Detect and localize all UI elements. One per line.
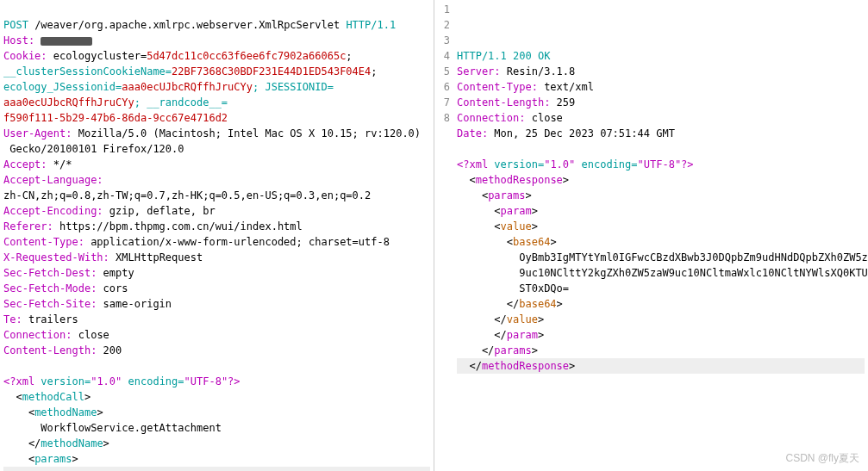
cookie-cluster: __clusterSessionCookieName=22BF7368C30BD… <box>3 65 378 77</box>
te-header: Te: trailers <box>3 313 78 325</box>
resp-xml-decl: <?xml version="1.0" encoding="UTF-8"?> <box>457 158 694 170</box>
user-agent-header: User-Agent: Mozilla/5.0 (Macintosh; Inte… <box>3 127 421 139</box>
resp-param-close: </param> <box>457 329 544 341</box>
accept-enc-header: Accept-Encoding: gzip, deflate, br <box>3 205 215 217</box>
split-panes: POST /weaver/org.apache.xmlrpc.webserver… <box>0 0 868 471</box>
param-open: <param> <box>3 467 430 471</box>
sec-fetch-mode-header: Sec-Fetch-Mode: cors <box>3 282 128 294</box>
base64-line3: ST0xDQo= <box>457 282 569 294</box>
request-line: POST /weaver/org.apache.xmlrpc.webserver… <box>3 19 396 31</box>
request-pane[interactable]: POST /weaver/org.apache.xmlrpc.webserver… <box>0 0 434 471</box>
methodcall-open: <methodCall> <box>3 391 91 403</box>
referer-header: Referer: https://bpm.thpmg.com.cn/wui/in… <box>3 220 303 232</box>
content-length-header: Content-Length: 200 <box>3 344 122 356</box>
host-header: Host: <box>3 34 92 46</box>
accept-lang-val: zh-CN,zh;q=0.8,zh-TW;q=0.7,zh-HK;q=0.5,e… <box>3 189 371 201</box>
xml-declaration: <?xml version="1.0" encoding="UTF-8"?> <box>3 375 240 387</box>
resp-param-open: <param> <box>457 205 538 217</box>
methodresponse-close: </methodResponse> <box>457 358 865 374</box>
methodname-close: </methodName> <box>3 437 109 449</box>
base64-line2: 9uc10NClttY2kgZXh0ZW5zaW9uc10NCltmaWxlc1… <box>457 267 868 279</box>
accept-header: Accept: */* <box>3 158 72 170</box>
response-pane[interactable]: 1 2 3 4 5 6 7 8 HTTP/1.1 200 OK Server: … <box>434 0 868 471</box>
params-open: <params> <box>3 453 78 465</box>
cookie-rand-val: f590f111-5b29-47b6-86da-9cc67e4716d2 <box>3 112 228 124</box>
line-gutter: 1 2 3 4 5 6 7 8 <box>434 2 450 126</box>
resp-server: Server: Resin/3.1.8 <box>457 65 575 77</box>
redacted-host <box>41 37 92 46</box>
cookie-header: Cookie: ecologycluster=5d47dc11c0cc63f6e… <box>3 50 353 62</box>
user-agent-2: Gecko/20100101 Firefox/120.0 <box>3 143 184 155</box>
sec-fetch-site-header: Sec-Fetch-Site: same-origin <box>3 298 172 310</box>
status-line: HTTP/1.1 200 OK <box>457 50 550 62</box>
resp-value-open: <value> <box>457 220 538 232</box>
resp-ctype: Content-Type: text/xml <box>457 81 594 93</box>
resp-value-close: </value> <box>457 313 544 325</box>
resp-params-open: <params> <box>457 189 532 201</box>
resp-date: Date: Mon, 25 Dec 2023 07:51:44 GMT <box>457 127 675 139</box>
methodname-value: WorkflowService.getAttachment <box>3 422 222 434</box>
resp-clen: Content-Length: 259 <box>457 96 575 108</box>
methodname-open: <methodName> <box>3 406 103 418</box>
resp-params-close: </params> <box>457 344 538 356</box>
methodresponse-open: <methodResponse> <box>457 174 569 186</box>
cookie-rand: aaa0ecUJbcRQffhJruCYy; __randcode__= <box>3 96 228 108</box>
base64-line1: OyBmb3IgMTYtYml0IGFwcCBzdXBwb3J0DQpbZm9u… <box>457 251 868 263</box>
cookie-ejs: ecology_JSessionid=aaa0ecUJbcRQffhJruCYy… <box>3 81 334 93</box>
resp-conn: Connection: close <box>457 112 563 124</box>
accept-lang-header: Accept-Language: <box>3 174 103 186</box>
base64-close: </base64> <box>457 298 563 310</box>
base64-open: <base64> <box>457 236 557 248</box>
sec-fetch-dest-header: Sec-Fetch-Dest: empty <box>3 267 134 279</box>
connection-header: Connection: close <box>3 329 109 341</box>
content-type-header: Content-Type: application/x-www-form-url… <box>3 236 390 248</box>
x-requested-with-header: X-Requested-With: XMLHttpRequest <box>3 251 203 263</box>
